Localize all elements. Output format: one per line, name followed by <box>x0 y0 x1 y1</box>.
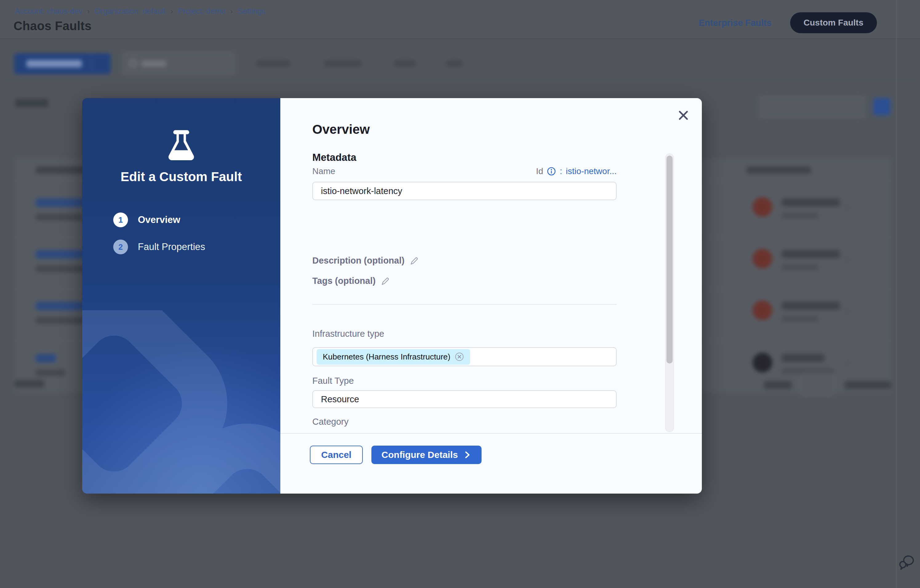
screen: Account: chaos-dev › Organization: defau… <box>0 0 920 588</box>
fault-type-label: Fault Type <box>312 376 354 386</box>
modal-sidebar-title: Edit a Custom Fault <box>82 170 280 184</box>
fault-avatar <box>753 197 772 217</box>
chat-bubbles-icon[interactable] <box>899 554 917 572</box>
pagination-total-blur <box>15 380 44 388</box>
chevron-right-icon[interactable]: › <box>845 200 850 214</box>
section-divider <box>312 304 617 305</box>
tags-label: Tags (optional) <box>312 276 376 286</box>
chevron-right-icon[interactable]: › <box>845 304 850 317</box>
step-overview[interactable]: 1 Overview <box>113 213 205 227</box>
scrollbar-thumb[interactable] <box>666 156 672 363</box>
total-count-blur <box>15 99 49 107</box>
category-label: Category <box>312 417 348 427</box>
rows-per-page-label-blur <box>764 381 792 389</box>
step-fault-properties[interactable]: 2 Fault Properties <box>113 239 205 254</box>
new-fault-label-blur <box>26 60 82 67</box>
search-input[interactable] <box>123 53 234 74</box>
breadcrumb-organization[interactable]: Organization: default <box>95 7 166 16</box>
metadata-heading: Metadata <box>312 152 356 163</box>
step-2-label: Fault Properties <box>138 241 205 252</box>
fault-avatar <box>753 300 772 320</box>
breadcrumb-separator: › <box>87 7 90 16</box>
breadcrumb-separator: › <box>170 7 173 16</box>
infrastructure-type-select[interactable]: Kubernetes (Harness Infrastructure) <box>312 347 617 366</box>
fault-type-input[interactable] <box>313 391 616 407</box>
modal-scroll-region: Metadata Name Id : istio-networ... <box>280 144 702 434</box>
go-to-page-label-blur <box>844 381 891 389</box>
info-icon[interactable] <box>547 167 556 176</box>
flask-icon <box>167 129 196 163</box>
table-search-input[interactable] <box>760 97 865 117</box>
name-field-box <box>312 182 617 200</box>
modal-content: Overview Metadata Name Id : istio-networ… <box>280 98 702 494</box>
page-header: Account: chaos-dev › Organization: defau… <box>0 0 920 39</box>
breadcrumb-project[interactable]: Project: demo <box>178 7 225 16</box>
step-1-label: Overview <box>138 214 180 225</box>
tags-filter-dropdown[interactable] <box>389 53 422 74</box>
breadcrumb-account[interactable]: Account: chaos-dev <box>15 7 83 16</box>
new-fault-split-divider <box>91 57 92 70</box>
right-panel-divider <box>896 0 897 588</box>
harness-logo-watermark <box>82 310 280 494</box>
name-label: Name <box>312 166 335 176</box>
search-icon <box>129 59 137 67</box>
breadcrumb: Account: chaos-dev › Organization: defau… <box>15 7 266 16</box>
infrastructure-type-label: Infrastructure type <box>312 329 384 339</box>
fault-id-link[interactable]: istio-networ... <box>566 166 617 176</box>
fault-type-filter-dropdown[interactable] <box>319 53 368 74</box>
fault-type-field-box <box>312 390 617 408</box>
chevron-right-icon[interactable]: › <box>845 356 850 370</box>
remove-chip-icon[interactable] <box>455 352 464 361</box>
page-title: Chaos Faults <box>13 19 92 33</box>
id-colon: : <box>560 166 562 176</box>
rows-per-page-select[interactable] <box>800 374 834 396</box>
custom-faults-button[interactable]: Custom Faults <box>790 12 877 33</box>
chevron-right-icon <box>463 451 471 459</box>
chevron-right-icon[interactable]: › <box>845 252 850 266</box>
modal-step-title: Overview <box>312 122 370 137</box>
configure-details-button[interactable]: Configure Details <box>371 446 481 464</box>
column-header-last-modified[interactable] <box>747 166 811 174</box>
step-2-badge: 2 <box>113 239 128 254</box>
search-placeholder-blur <box>141 61 166 67</box>
edit-description-icon[interactable] <box>410 256 419 265</box>
step-1-badge: 1 <box>113 213 128 227</box>
category-filter-dropdown[interactable] <box>251 53 296 74</box>
close-icon[interactable] <box>677 108 690 122</box>
modal-sidebar: Edit a Custom Fault 1 Overview 2 Fault P… <box>82 98 280 494</box>
enterprise-faults-link[interactable]: Enterprise Faults <box>699 18 772 28</box>
toolbar-divider <box>0 80 920 81</box>
edit-custom-fault-modal: Edit a Custom Fault 1 Overview 2 Fault P… <box>82 98 702 494</box>
new-fault-button[interactable] <box>14 53 111 74</box>
fault-avatar <box>753 249 772 268</box>
infrastructure-chip: Kubernetes (Harness Infrastructure) <box>317 349 470 365</box>
clear-filters-button[interactable] <box>441 53 468 74</box>
modal-scrollbar[interactable] <box>665 153 674 432</box>
table-settings-button[interactable] <box>873 98 891 115</box>
id-label: Id <box>536 166 543 176</box>
wizard-steps: 1 Overview 2 Fault Properties <box>113 213 205 267</box>
breadcrumb-settings[interactable]: Settings <box>238 7 266 16</box>
breadcrumb-separator: › <box>230 7 233 16</box>
cancel-button[interactable]: Cancel <box>310 446 363 464</box>
fault-avatar <box>753 353 772 372</box>
description-label: Description (optional) <box>312 255 405 266</box>
edit-tags-icon[interactable] <box>381 276 390 286</box>
name-input[interactable] <box>313 183 616 200</box>
